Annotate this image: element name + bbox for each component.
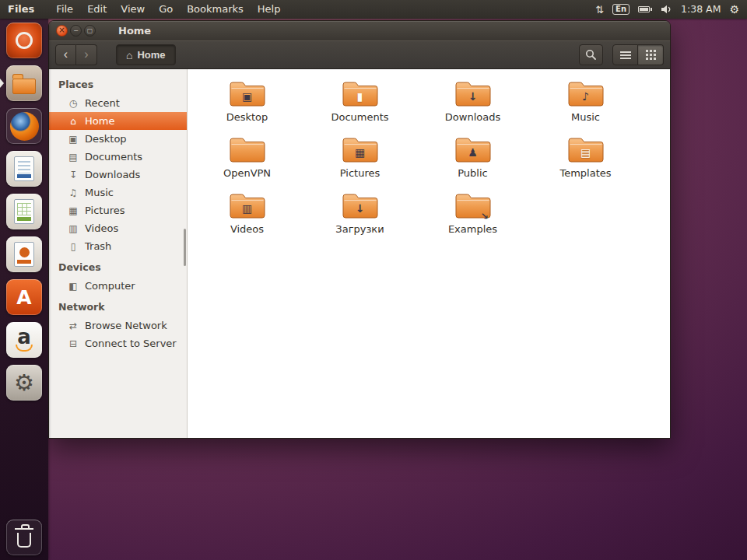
launcher-system-settings-icon[interactable] — [6, 365, 42, 401]
menu-file[interactable]: File — [49, 0, 80, 19]
menu-bookmarks[interactable]: Bookmarks — [180, 0, 251, 19]
file-label: Documents — [331, 111, 388, 123]
launcher-amazon-icon[interactable] — [6, 322, 42, 358]
sidebar-list: Places◷Recent⌂Home▣Desktop▤Documents↧Dow… — [49, 72, 187, 352]
launcher-trash-icon[interactable] — [6, 520, 42, 555]
breadcrumb-home[interactable]: Home — [116, 44, 176, 65]
content-pane[interactable]: ▣Desktop▮Documents↓Downloads♪MusicOpenVP… — [188, 69, 670, 438]
file-label: Templates — [559, 167, 611, 179]
sidebar-item-label: Trash — [85, 240, 111, 252]
keyboard-indicator-icon[interactable]: ⇅ — [595, 5, 604, 15]
folder-icon: ▣ — [227, 79, 268, 110]
launcher-dash-home-icon[interactable] — [6, 23, 42, 58]
trash-icon: ▯ — [68, 242, 79, 251]
sidebar-section-network: Network — [49, 295, 187, 317]
picture-emblem: ▦ — [355, 147, 365, 158]
sidebar-item-documents[interactable]: ▤Documents — [49, 148, 187, 166]
file-item[interactable]: ▮Documents — [303, 79, 416, 135]
volume-icon[interactable] — [661, 5, 672, 14]
sidebar-item-downloads[interactable]: ↧Downloads — [49, 166, 187, 184]
recent-icon: ◷ — [68, 99, 79, 108]
sidebar-item-computer[interactable]: ◧Computer — [49, 277, 187, 295]
sidebar-scrollbar[interactable] — [184, 229, 186, 266]
window-title: Home — [118, 25, 151, 37]
file-item[interactable]: OpenVPN — [191, 135, 303, 191]
folder-icon: ♟ — [453, 135, 493, 166]
language-indicator[interactable]: En — [612, 4, 630, 15]
sidebar-item-browse-network[interactable]: ⇄Browse Network — [49, 317, 187, 334]
file-item[interactable]: ♟Public — [416, 135, 529, 191]
list-view-icon[interactable] — [612, 44, 638, 65]
file-item[interactable]: ↓Загрузки — [303, 191, 416, 247]
connect-server-icon: ⊟ — [68, 339, 79, 348]
pictures-icon: ▦ — [68, 206, 79, 215]
sidebar-section-places: Places — [49, 72, 187, 94]
file-item[interactable]: ▦Pictures — [303, 135, 416, 191]
menu-go[interactable]: Go — [152, 0, 180, 19]
computer-icon: ◧ — [68, 282, 79, 291]
file-label: Examples — [448, 223, 497, 235]
sidebar-item-trash[interactable]: ▯Trash — [49, 237, 187, 255]
file-item[interactable]: ↓Downloads — [416, 79, 529, 135]
music-icon: ♫ — [68, 188, 79, 198]
template-emblem: ▤ — [580, 147, 591, 158]
download-emblem: ↓ — [468, 91, 478, 102]
grid-view-icon[interactable] — [638, 44, 664, 65]
sidebar-item-home[interactable]: ⌂Home — [49, 112, 187, 130]
clock[interactable]: 1:38 AM — [681, 5, 721, 15]
sidebar-item-label: Connect to Server — [85, 338, 177, 349]
window-body: Places◷Recent⌂Home▣Desktop▤Documents↧Dow… — [49, 69, 670, 438]
document-emblem: ▮ — [357, 91, 363, 102]
folder-icon — [227, 135, 268, 166]
person-emblem: ♟ — [468, 147, 478, 158]
folder-icon: ↘ — [453, 191, 493, 222]
browse-network-icon: ⇄ — [68, 321, 79, 331]
sidebar-item-recent[interactable]: ◷Recent — [49, 94, 187, 112]
sidebar-item-label: Desktop — [85, 133, 127, 145]
menu-view[interactable]: View — [114, 0, 152, 19]
desktop-emblem: ▣ — [242, 91, 252, 102]
launcher — [0, 19, 48, 560]
file-grid: ▣Desktop▮Documents↓Downloads♪MusicOpenVP… — [191, 79, 670, 247]
file-item[interactable]: ↘Examples — [416, 191, 529, 247]
menu-edit[interactable]: Edit — [80, 0, 114, 19]
forward-arrow-icon[interactable] — [76, 44, 97, 65]
home-icon — [126, 49, 132, 61]
maximize-icon[interactable] — [84, 25, 96, 37]
sidebar-item-desktop[interactable]: ▣Desktop — [49, 130, 187, 148]
file-item[interactable]: ▤Templates — [529, 135, 642, 191]
launcher-firefox-icon[interactable] — [6, 108, 42, 144]
folder-icon: ▥ — [227, 191, 268, 222]
home-icon: ⌂ — [68, 117, 79, 126]
sidebar-item-music[interactable]: ♫Music — [49, 184, 187, 201]
battery-full-icon[interactable] — [638, 6, 652, 12]
minimize-icon[interactable] — [70, 25, 82, 37]
back-arrow-icon[interactable] — [55, 44, 76, 65]
sidebar-item-label: Home — [85, 115, 114, 127]
file-item[interactable]: ▣Desktop — [191, 79, 303, 135]
video-emblem: ▥ — [242, 203, 252, 214]
search-icon[interactable] — [579, 44, 603, 65]
menu-files[interactable]: Files — [0, 0, 41, 19]
launcher-libreoffice-impress-icon[interactable] — [6, 236, 42, 272]
folder-icon: ▤ — [566, 135, 606, 166]
close-icon[interactable] — [56, 25, 68, 37]
music-emblem: ♪ — [582, 91, 589, 102]
videos-icon: ▥ — [68, 224, 79, 233]
session-menu-gear-icon[interactable]: ⚙ — [729, 4, 739, 15]
folder-icon: ▮ — [340, 79, 381, 110]
launcher-libreoffice-writer-icon[interactable] — [6, 151, 42, 187]
launcher-software-center-icon[interactable] — [6, 279, 42, 315]
titlebar[interactable]: Home — [49, 21, 670, 40]
file-item[interactable]: ♪Music — [529, 79, 642, 135]
folder-icon: ↓ — [340, 191, 381, 222]
file-label: Загрузки — [335, 223, 384, 235]
menu-help[interactable]: Help — [251, 0, 288, 19]
sidebar-item-pictures[interactable]: ▦Pictures — [49, 201, 187, 219]
sidebar-item-connect-to-server[interactable]: ⊟Connect to Server — [49, 334, 187, 352]
file-label: Downloads — [445, 111, 500, 123]
file-item[interactable]: ▥Videos — [191, 191, 303, 247]
sidebar-item-videos[interactable]: ▥Videos — [49, 219, 187, 237]
launcher-files-icon[interactable] — [6, 65, 42, 101]
launcher-libreoffice-calc-icon[interactable] — [6, 194, 42, 229]
